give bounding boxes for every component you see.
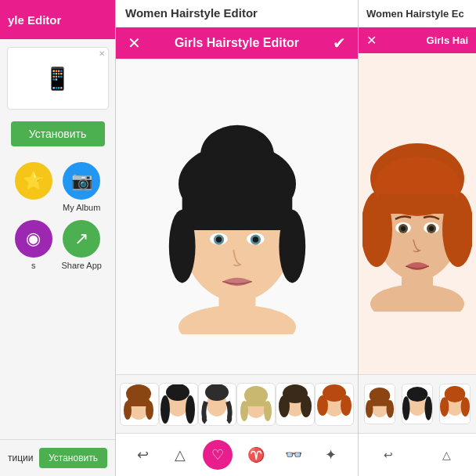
svg-point-37 bbox=[341, 395, 352, 416]
phone-icon: 📱 bbox=[44, 66, 71, 92]
svg-point-39 bbox=[370, 284, 464, 312]
right-hairstyle-bar bbox=[359, 374, 476, 433]
center-sub-title: Girls Hairstyle Editor bbox=[175, 36, 299, 50]
purple-icon-label: s bbox=[31, 261, 36, 270]
svg-point-6 bbox=[168, 209, 195, 283]
center-close-icon[interactable]: ✕ bbox=[128, 34, 141, 52]
svg-point-64 bbox=[461, 397, 470, 416]
left-header-text: yle Editor bbox=[8, 13, 61, 27]
ad-close-icon[interactable]: ✕ bbox=[99, 49, 105, 58]
right-hair-thumb-2[interactable] bbox=[402, 384, 433, 424]
purple-icon-circle[interactable]: ◉ bbox=[15, 220, 52, 258]
svg-rect-45 bbox=[378, 194, 456, 214]
triangle-tool-button[interactable]: △ bbox=[165, 440, 195, 470]
share-icon-circle[interactable]: ↗ bbox=[63, 220, 100, 258]
icon-item-star: ⭐ bbox=[13, 162, 53, 212]
svg-point-17 bbox=[124, 401, 132, 420]
svg-point-20 bbox=[166, 384, 189, 401]
heart-tool-button[interactable]: ♡ bbox=[203, 440, 233, 470]
center-app-header: Women Hairstyle Editor bbox=[116, 0, 358, 27]
center-sub-header: ✕ Girls Hairstyle Editor ✔ bbox=[116, 27, 358, 59]
hair-thumb-2[interactable] bbox=[159, 383, 198, 426]
svg-point-63 bbox=[440, 397, 449, 416]
album-icon-circle[interactable]: 📷 bbox=[63, 162, 100, 200]
svg-point-58 bbox=[407, 387, 428, 402]
right-hair-thumb-3[interactable] bbox=[439, 384, 471, 424]
aries-tool-button[interactable]: ♈ bbox=[241, 440, 271, 470]
svg-point-7 bbox=[279, 209, 305, 283]
svg-point-12 bbox=[215, 236, 222, 243]
right-face-svg bbox=[362, 116, 472, 312]
right-sub-header: ✕ Girls Hai bbox=[359, 27, 476, 53]
svg-point-55 bbox=[366, 400, 373, 418]
svg-point-24 bbox=[205, 384, 229, 401]
icon-grid: ⭐ 📷 My Album ◉ s ↗ Share App bbox=[5, 162, 110, 270]
right-app-header: Women Hairstyle Ec bbox=[359, 0, 476, 27]
sparkle-tool-button[interactable]: ✦ bbox=[316, 440, 346, 470]
svg-point-62 bbox=[445, 386, 466, 402]
right-close-icon[interactable]: ✕ bbox=[366, 33, 377, 48]
svg-point-56 bbox=[387, 400, 394, 418]
hair-thumb-4[interactable] bbox=[236, 383, 276, 426]
center-check-icon[interactable]: ✔ bbox=[333, 34, 346, 52]
svg-rect-54 bbox=[370, 399, 390, 406]
center-panel: Women Hairstyle Editor ✕ Girls Hairstyle… bbox=[116, 0, 359, 476]
svg-rect-27 bbox=[246, 400, 266, 406]
album-icon-label: My Album bbox=[63, 203, 100, 212]
svg-point-22 bbox=[186, 395, 195, 424]
glasses-tool-button[interactable]: 👓 bbox=[279, 440, 308, 470]
share-icon-label: Share App bbox=[62, 261, 102, 270]
icon-item-album: 📷 My Album bbox=[62, 162, 102, 212]
right-undo-button[interactable]: ↩ bbox=[377, 443, 400, 467]
star-icon-circle[interactable]: ⭐ bbox=[15, 162, 52, 200]
svg-point-51 bbox=[429, 226, 434, 231]
svg-point-18 bbox=[146, 401, 153, 420]
icon-item-share-s: ◉ s bbox=[13, 220, 53, 270]
right-sub-title: Girls Hai bbox=[427, 34, 468, 46]
right-panel: Women Hairstyle Ec ✕ Girls Hai bbox=[359, 0, 476, 476]
hair-thumb-6[interactable] bbox=[315, 383, 354, 426]
svg-point-4 bbox=[200, 124, 274, 183]
icon-item-share: ↗ Share App bbox=[62, 220, 102, 270]
svg-point-33 bbox=[301, 395, 312, 417]
right-app-title: Women Hairstyle Ec bbox=[366, 8, 464, 20]
install-button[interactable]: Установить bbox=[39, 448, 107, 468]
svg-point-60 bbox=[424, 397, 431, 420]
svg-point-32 bbox=[279, 395, 290, 417]
right-hair-thumb-1[interactable] bbox=[364, 384, 395, 424]
svg-point-36 bbox=[317, 395, 328, 416]
center-face-area bbox=[116, 59, 358, 374]
svg-point-29 bbox=[264, 401, 272, 421]
bottom-text: тиции bbox=[8, 453, 33, 463]
svg-point-59 bbox=[402, 397, 409, 420]
center-app-title: Women Hairstyle Editor bbox=[125, 6, 258, 20]
center-hairstyle-bar bbox=[116, 374, 358, 433]
left-panel: yle Editor ✕ 📱 Установить ⭐ 📷 My Album ◉… bbox=[0, 0, 116, 476]
hair-thumb-3[interactable] bbox=[198, 383, 237, 426]
right-face-area bbox=[359, 53, 476, 374]
center-toolbar: ↩ △ ♡ ♈ 👓 ✦ bbox=[116, 433, 358, 476]
svg-point-50 bbox=[401, 226, 406, 231]
left-header: yle Editor bbox=[0, 0, 115, 39]
svg-rect-5 bbox=[182, 194, 292, 229]
right-toolbar: ↩ △ bbox=[359, 433, 476, 476]
svg-point-21 bbox=[160, 395, 170, 424]
bottom-bar: тиции Установить bbox=[0, 439, 115, 476]
svg-point-13 bbox=[252, 236, 258, 243]
undo-button[interactable]: ↩ bbox=[128, 440, 157, 470]
hair-thumb-1[interactable] bbox=[120, 383, 159, 426]
svg-point-28 bbox=[240, 401, 248, 421]
right-triangle-button[interactable]: △ bbox=[435, 443, 459, 467]
ad-banner: ✕ 📱 bbox=[7, 47, 109, 110]
green-top-button[interactable]: Установить bbox=[11, 121, 105, 146]
center-face-svg bbox=[151, 99, 323, 334]
hair-thumb-5[interactable] bbox=[276, 383, 315, 426]
